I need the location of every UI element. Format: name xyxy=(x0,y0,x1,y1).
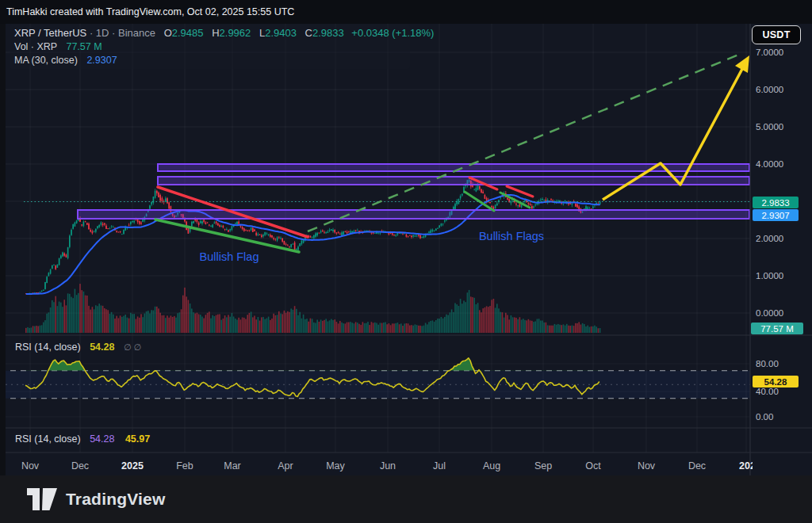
rsi-collapsed-legend[interactable]: RSI (14, close) 54.28 45.97 xyxy=(15,433,150,445)
symbol-meta[interactable]: · 1D · Binance xyxy=(90,27,155,39)
rsi-label: RSI (14, close) xyxy=(15,342,81,353)
left-margin xyxy=(0,24,6,475)
ma-label: MA (30, close) xyxy=(14,55,78,66)
rsi-legend[interactable]: RSI (14, close) 54.28 ∅ ∅ xyxy=(15,342,141,353)
chart-canvas[interactable] xyxy=(0,24,812,475)
open-label: O xyxy=(164,27,172,39)
time-axis-label-Dec[interactable]: Dec xyxy=(71,460,89,471)
time-axis-label-Nov[interactable]: Nov xyxy=(638,460,655,471)
time-axis-label-Jun[interactable]: Jun xyxy=(380,460,396,471)
axis-tick-0.00: 0.00 xyxy=(756,411,773,422)
tradingview-logo-icon xyxy=(27,488,57,510)
ma-row[interactable]: MA (30, close) 2.9307 xyxy=(14,54,434,67)
time-axis-label-Sep[interactable]: Sep xyxy=(534,460,552,471)
rsi2-value-2: 45.97 xyxy=(125,433,150,445)
close-value: 2.9833 xyxy=(312,27,344,39)
high-label: H xyxy=(212,27,219,39)
axis-tick-5.0000: 5.0000 xyxy=(756,121,783,132)
time-axis-label-Aug[interactable]: Aug xyxy=(483,460,500,471)
rsi-badge: 54.28 xyxy=(753,376,799,387)
axis-tick-40.00: 40.00 xyxy=(756,386,779,397)
close-label: C xyxy=(305,27,312,39)
time-axis-label-Nov[interactable]: Nov xyxy=(21,460,39,471)
attribution-text: TimHakki created with TradingView.com, O… xyxy=(6,6,294,17)
chart-legend: XRP / TetherUS · 1D · Binance O2.9485 H2… xyxy=(14,27,434,67)
pane-dividers xyxy=(0,24,812,475)
tradingview-chart-screenshot: TimHakki created with TradingView.com, O… xyxy=(0,0,812,523)
rsi-hidden-icons[interactable]: ∅ ∅ xyxy=(124,342,141,352)
time-axis-label-Oct[interactable]: Oct xyxy=(585,460,600,471)
axis-tick-6.0000: 6.0000 xyxy=(756,84,783,95)
volume-row[interactable]: Vol · XRP 77.57 M xyxy=(14,40,434,53)
time-axis-label-Feb[interactable]: Feb xyxy=(176,460,193,471)
axis-tick-4.0000: 4.0000 xyxy=(756,158,783,170)
axis-tick-1.0000: 1.0000 xyxy=(756,270,783,281)
axis-tick-80.00: 80.00 xyxy=(756,358,779,369)
open-value: 2.9485 xyxy=(172,27,204,39)
time-axis-label-Jul[interactable]: Jul xyxy=(433,460,446,471)
current-price-badge: 2.9833 xyxy=(753,197,799,208)
change-value: +0.0348 (+1.18%) xyxy=(351,27,434,39)
time-axis-label-Mar[interactable]: Mar xyxy=(224,460,241,471)
volume-value: 77.57 M xyxy=(66,41,102,52)
time-axis-label-May[interactable]: May xyxy=(326,460,345,471)
axis-tick-7.0000: 7.0000 xyxy=(756,47,783,58)
time-axis-label-Apr[interactable]: Apr xyxy=(278,460,293,471)
rsi2-value-1: 54.28 xyxy=(90,433,114,445)
ma-value: 2.9307 xyxy=(86,55,117,66)
attribution-bar: TimHakki created with TradingView.com, O… xyxy=(0,0,812,24)
volume-badge: 77.57 M xyxy=(751,323,803,334)
annotation-bullish-flags[interactable]: Bullish Flags xyxy=(456,230,567,242)
currency-button[interactable]: USDT xyxy=(752,25,801,44)
axis-tick-0.0000: 0.0000 xyxy=(756,307,783,319)
rsi-value: 54.28 xyxy=(90,342,114,353)
footer-bar: TradingView xyxy=(0,475,812,523)
axis-tick-2.0000: 2.0000 xyxy=(756,233,783,244)
time-axis-label-2026[interactable]: 2026 xyxy=(739,460,753,471)
time-axis-label-2025[interactable]: 2025 xyxy=(121,460,144,471)
low-value: 2.9403 xyxy=(265,27,297,39)
rsi2-label: RSI (14, close) xyxy=(15,433,81,445)
high-value: 2.9962 xyxy=(220,27,251,39)
jan-apr-flag-lower xyxy=(155,220,299,252)
volume-bars xyxy=(25,284,600,333)
time-axis-label-Dec[interactable]: Dec xyxy=(688,460,706,471)
tradingview-logo-text: TradingView xyxy=(66,490,166,509)
symbol-row[interactable]: XRP / TetherUS · 1D · Binance O2.9485 H2… xyxy=(14,27,434,40)
chart-area[interactable]: XRP / TetherUS · 1D · Binance O2.9485 H2… xyxy=(0,24,812,475)
volume-label: Vol · XRP xyxy=(14,41,57,52)
symbol-name[interactable]: XRP / TetherUS xyxy=(14,27,86,39)
ma-price-badge: 2.9307 xyxy=(753,209,799,221)
annotation-bullish-flag[interactable]: Bullish Flag xyxy=(174,250,285,263)
